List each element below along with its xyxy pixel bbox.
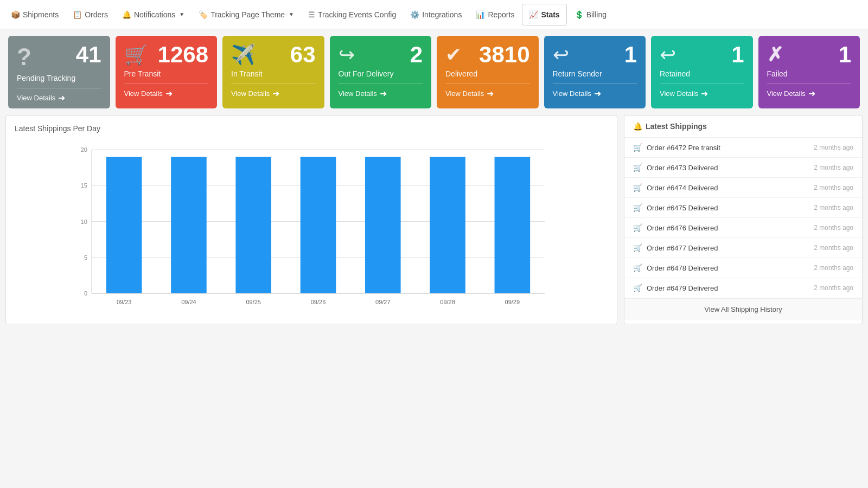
shipping-order-text: Order #6474 Delivered xyxy=(647,184,718,192)
cart-icon: 🛒 xyxy=(633,223,642,232)
in-transit-arrow-icon: ➜ xyxy=(272,88,279,99)
svg-rect-20 xyxy=(430,157,465,293)
failed-label: Failed xyxy=(767,69,852,78)
nav-item-orders[interactable]: 📋 Orders xyxy=(66,4,114,25)
stats-icon: 📈 xyxy=(529,10,538,19)
card-top-failed: ✗ 1 xyxy=(767,43,852,66)
integrations-icon: ⚙️ xyxy=(410,10,419,19)
nav-item-integrations[interactable]: ⚙️ Integrations xyxy=(404,4,468,25)
pending-tracking-link[interactable]: View Details ➜ xyxy=(17,88,101,103)
view-all-button[interactable]: View All Shipping History xyxy=(624,298,862,320)
nav-item-tracking-events-config[interactable]: ☰ Tracking Events Config xyxy=(302,4,403,25)
svg-text:5: 5 xyxy=(84,254,87,261)
return-sender-count: 1 xyxy=(624,43,637,66)
shipping-order-text: Order #6478 Delivered xyxy=(647,264,718,272)
shipping-item: 🛒 Order #6478 Delivered 2 months ago xyxy=(624,258,862,278)
nav-item-reports[interactable]: 📊 Reports xyxy=(469,4,521,25)
notifications-icon: 🔔 xyxy=(122,10,131,19)
chart-area: 0510152009/2309/2409/2509/2609/2709/2809… xyxy=(15,142,608,315)
nav-item-billing[interactable]: 💲 Billing xyxy=(568,4,613,25)
shipping-item-left: 🛒 Order #6474 Delivered xyxy=(633,183,718,192)
shipping-time: 2 months ago xyxy=(814,164,853,171)
shipping-order-text: Order #6479 Delivered xyxy=(647,284,718,292)
shipments-icon: 📦 xyxy=(11,10,20,19)
chart-panel: Latest Shippings Per Day 0510152009/2309… xyxy=(5,115,617,324)
pre-transit-link[interactable]: View Details ➜ xyxy=(124,84,209,99)
svg-text:15: 15 xyxy=(81,182,87,189)
pending-tracking-count: 41 xyxy=(76,43,101,66)
return-sender-card-icon: ↩ xyxy=(553,43,569,66)
pre-transit-link-text: View Details xyxy=(124,89,163,98)
in-transit-link[interactable]: View Details ➜ xyxy=(231,84,316,99)
cart-icon: 🛒 xyxy=(633,284,642,292)
svg-text:09/26: 09/26 xyxy=(311,299,326,305)
nav-item-shipments[interactable]: 📦 Shipments xyxy=(4,4,65,25)
delivered-link-text: View Details xyxy=(445,89,484,98)
pre-transit-label: Pre Transit xyxy=(124,69,209,78)
return-sender-link-text: View Details xyxy=(553,89,591,98)
cart-icon: 🛒 xyxy=(633,163,642,172)
failed-link[interactable]: View Details ➜ xyxy=(767,84,852,99)
svg-rect-12 xyxy=(171,157,207,293)
shipping-item-left: 🛒 Order #6479 Delivered xyxy=(633,284,718,292)
shipping-time: 2 months ago xyxy=(814,184,853,191)
retained-link[interactable]: View Details ➜ xyxy=(660,84,744,99)
delivered-count: 3810 xyxy=(479,43,529,66)
retained-label: Retained xyxy=(660,69,744,78)
shipping-time: 2 months ago xyxy=(814,264,853,272)
delivered-label: Delivered xyxy=(445,69,530,78)
bell-icon: 🔔 xyxy=(633,122,642,131)
shipping-item: 🛒 Order #6479 Delivered 2 months ago xyxy=(624,278,862,298)
cards-row: ? 41 Pending Tracking View Details ➜ 🛒 1… xyxy=(0,29,868,115)
in-transit-link-text: View Details xyxy=(231,89,270,98)
shipping-item: 🛒 Order #6474 Delivered 2 months ago xyxy=(624,178,862,198)
nav-label-shipments: Shipments xyxy=(23,10,59,19)
chart-title: Latest Shippings Per Day xyxy=(15,124,608,133)
stat-card-pre-transit: 🛒 1268 Pre Transit View Details ➜ xyxy=(116,36,218,108)
failed-count: 1 xyxy=(839,43,851,66)
out-for-delivery-card-icon: ↪ xyxy=(339,43,355,66)
nav-label-stats: Stats xyxy=(541,10,559,19)
stat-card-out-for-delivery: ↪ 2 Out For Delivery View Details ➜ xyxy=(330,36,432,108)
svg-text:09/29: 09/29 xyxy=(505,299,520,305)
pre-transit-card-icon: 🛒 xyxy=(124,43,149,66)
stat-card-retained: ↩ 1 Retained View Details ➜ xyxy=(651,36,753,108)
nav-item-tracking-page-theme[interactable]: 🏷️ Tracking Page Theme▼ xyxy=(192,4,301,25)
card-top-pending-tracking: ? 41 xyxy=(17,43,101,70)
retained-count: 1 xyxy=(731,43,744,66)
delivered-link[interactable]: View Details ➜ xyxy=(445,84,530,99)
out-for-delivery-link-text: View Details xyxy=(339,89,377,98)
shipping-item: 🛒 Order #6472 Pre transit 2 months ago xyxy=(624,138,862,158)
in-transit-label: In Transit xyxy=(231,69,316,78)
return-sender-arrow-icon: ➜ xyxy=(594,88,601,99)
shipping-order-text: Order #6477 Delivered xyxy=(647,244,718,252)
svg-text:09/27: 09/27 xyxy=(375,299,391,305)
failed-link-text: View Details xyxy=(767,89,806,98)
svg-text:0: 0 xyxy=(84,290,87,297)
shipping-item-left: 🛒 Order #6477 Delivered xyxy=(633,243,718,252)
card-top-pre-transit: 🛒 1268 xyxy=(124,43,209,66)
pending-tracking-link-text: View Details xyxy=(17,94,55,102)
dropdown-caret-tracking-page-theme: ▼ xyxy=(289,11,294,17)
nav-item-notifications[interactable]: 🔔 Notifications▼ xyxy=(116,4,191,25)
nav-item-stats[interactable]: 📈 Stats xyxy=(522,4,566,25)
out-for-delivery-label: Out For Delivery xyxy=(339,69,423,78)
out-for-delivery-arrow-icon: ➜ xyxy=(380,88,387,99)
pending-tracking-arrow-icon: ➜ xyxy=(58,93,65,103)
shipping-items-list: 🛒 Order #6472 Pre transit 2 months ago 🛒… xyxy=(624,138,862,298)
return-sender-link[interactable]: View Details ➜ xyxy=(553,84,637,99)
shipping-order-text: Order #6475 Delivered xyxy=(647,204,718,212)
pending-tracking-label: Pending Tracking xyxy=(17,74,101,82)
shipping-order-text: Order #6472 Pre transit xyxy=(647,144,720,152)
svg-text:20: 20 xyxy=(81,146,87,153)
chart-svg: 0510152009/2309/2409/2509/2609/2709/2809… xyxy=(15,142,608,315)
out-for-delivery-link[interactable]: View Details ➜ xyxy=(339,84,423,99)
nav-label-notifications: Notifications xyxy=(134,10,175,19)
card-top-return-sender: ↩ 1 xyxy=(553,43,637,66)
main-row: Latest Shippings Per Day 0510152009/2309… xyxy=(0,115,868,333)
reports-icon: 📊 xyxy=(476,10,485,19)
svg-rect-14 xyxy=(235,157,271,293)
stat-card-pending-tracking: ? 41 Pending Tracking View Details ➜ xyxy=(8,36,110,108)
tracking-events-config-icon: ☰ xyxy=(308,10,315,19)
svg-rect-10 xyxy=(106,157,142,293)
